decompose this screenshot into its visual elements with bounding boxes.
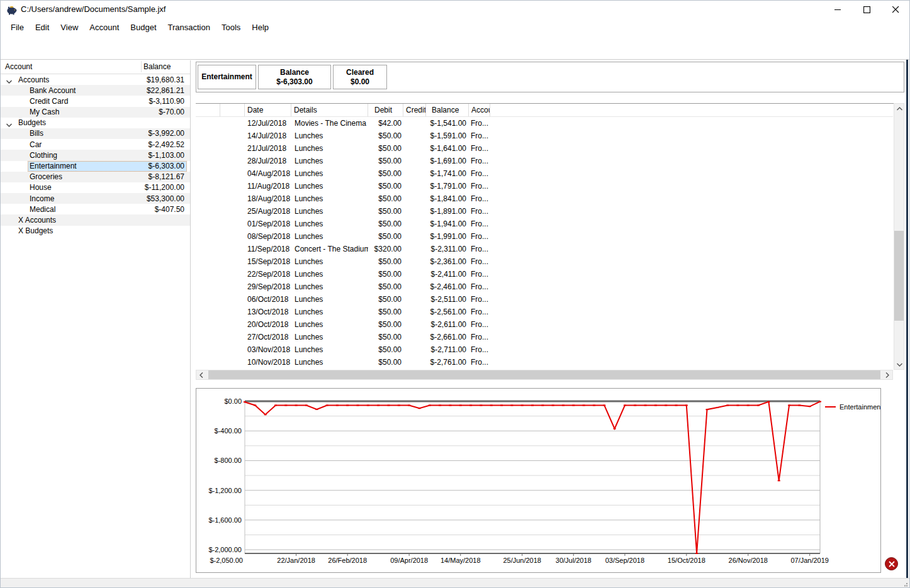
scroll-up-icon[interactable]	[894, 104, 904, 113]
menu-item-edit[interactable]: Edit	[30, 21, 55, 34]
cell-details: Lunches	[291, 230, 368, 243]
sidebar-item-x-budgets[interactable]: X Budgets	[0, 226, 190, 236]
transaction-table: DateDetailsDebitCreditBalanceAccount 12/…	[196, 104, 893, 369]
menu-item-tools[interactable]: Tools	[216, 21, 246, 34]
minimize-button[interactable]	[823, 0, 852, 19]
table-row[interactable]: 28/Jul/2018Lunches$50.00$-1,691.00Fro...	[196, 155, 893, 167]
scroll-right-icon[interactable]	[882, 370, 892, 380]
cell-blank	[220, 293, 245, 306]
sidebar-item-x-accounts[interactable]: X Accounts	[0, 214, 190, 225]
table-row[interactable]: 04/Aug/2018Lunches$50.00$-1,741.00Fro...	[196, 167, 893, 180]
column-header-blank0[interactable]	[196, 104, 220, 116]
sidebar-item-house[interactable]: House$-11,200.00	[0, 182, 190, 193]
sidebar-item-credit-card[interactable]: Credit Card$-3,110.90	[0, 96, 190, 106]
table-row[interactable]: 10/Nov/2018Lunches$50.00$-2,761.00Fro...	[196, 356, 893, 369]
close-chart-icon[interactable]	[885, 557, 898, 570]
cell-balance: $-1,941.00	[426, 218, 469, 230]
cell-details: Lunches	[291, 167, 368, 180]
table-row[interactable]: 22/Sep/2018Lunches$50.00$-2,411.00Fro...	[196, 268, 893, 280]
sidebar-item-medical[interactable]: Medical$-407.50	[0, 204, 190, 214]
maximize-button[interactable]	[852, 0, 881, 19]
table-row[interactable]: 08/Sep/2018Lunches$50.00$-1,991.00Fro...	[196, 230, 893, 243]
menu-item-account[interactable]: Account	[84, 21, 125, 34]
cell-credit	[403, 356, 426, 369]
table-row[interactable]: 11/Aug/2018Lunches$50.00$-1,791.00Fro...	[196, 180, 893, 192]
menu-item-transaction[interactable]: Transaction	[162, 21, 216, 34]
sidebar-item-income[interactable]: Income$53,300.00	[0, 193, 190, 204]
table-row[interactable]: 11/Sep/2018Concert - The Stadium$320.00$…	[196, 243, 893, 255]
account-column-header: Account	[5, 62, 32, 71]
sidebar-item-bank-account[interactable]: Bank Account$22,861.21	[0, 85, 190, 96]
column-header-details[interactable]: Details	[291, 104, 368, 116]
table-row[interactable]: 14/Jul/2018Lunches$50.00$-1,591.00Fro...	[196, 130, 893, 142]
account-label: Budgets	[18, 118, 46, 127]
table-row[interactable]: 15/Sep/2018Lunches$50.00$-2,361.00Fro...	[196, 255, 893, 268]
table-row[interactable]: 03/Nov/2018Lunches$50.00$-2,711.00Fro...	[196, 343, 893, 356]
column-header-credit[interactable]: Credit	[403, 104, 426, 116]
cell-balance: $-1,591.00	[426, 130, 469, 142]
resize-grip-icon[interactable]	[902, 580, 908, 586]
sidebar-item-groceries[interactable]: Groceries$-8,121.67	[0, 172, 190, 182]
column-header-balance[interactable]: Balance	[426, 104, 469, 116]
cell-credit	[403, 331, 426, 343]
scroll-left-icon[interactable]	[196, 370, 206, 380]
y-tick-label: $-800.00	[215, 457, 242, 464]
column-header-date[interactable]: Date	[245, 104, 291, 116]
table-row[interactable]: 12/Jul/2018Movies - The Cinema$42.00$-1,…	[196, 117, 893, 130]
table-row[interactable]: 21/Jul/2018Lunches$50.00$-1,641.00Fro...	[196, 142, 893, 155]
table-row[interactable]: 25/Aug/2018Lunches$50.00$-1,891.00Fro...	[196, 205, 893, 218]
table-row[interactable]: 01/Sep/2018Lunches$50.00$-1,941.00Fro...	[196, 218, 893, 230]
data-point-marker	[747, 404, 750, 406]
data-point-marker	[500, 404, 503, 406]
sidebar-item-car[interactable]: Car$-2,492.52	[0, 139, 190, 150]
cell-blank	[220, 331, 245, 343]
account-label: X Accounts	[18, 216, 56, 225]
cell-account: Fro...	[469, 117, 490, 130]
sidebar-item-clothing[interactable]: Clothing$-1,103.00	[0, 150, 190, 160]
account-label: Entertainment	[30, 162, 77, 170]
horizontal-scrollbar-thumb[interactable]	[208, 370, 880, 379]
y-tick-label: $-1,600.00	[208, 516, 242, 524]
cell-account: Fro...	[469, 293, 490, 306]
account-balance: $53,300.00	[147, 194, 184, 203]
sidebar-item-entertainment[interactable]: Entertainment$-6,303.00	[0, 161, 190, 172]
column-header-debit[interactable]: Debit	[368, 104, 403, 116]
account-balance: $-407.50	[155, 205, 184, 214]
table-row[interactable]: 18/Aug/2018Lunches$50.00$-1,841.00Fro...	[196, 192, 893, 205]
table-row[interactable]: 06/Oct/2018Lunches$50.00$-2,511.00Fro...	[196, 293, 893, 306]
account-name-tab[interactable]: Entertainment	[198, 65, 256, 89]
cell-account: Fro...	[469, 243, 490, 255]
column-divider[interactable]	[141, 61, 142, 72]
table-row[interactable]: 13/Oct/2018Lunches$50.00$-2,561.00Fro...	[196, 306, 893, 318]
app-piggybank-icon	[6, 4, 17, 15]
chevron-down-icon[interactable]	[6, 77, 12, 86]
close-button[interactable]	[881, 0, 910, 19]
table-row[interactable]: 29/Sep/2018Lunches$50.00$-2,461.00Fro...	[196, 280, 893, 293]
menu-item-budget[interactable]: Budget	[125, 21, 162, 34]
cell-date: 27/Oct/2018	[245, 331, 291, 343]
sidebar-item-bills[interactable]: Bills$-3,992.00	[0, 128, 190, 139]
title-bar: C:/Users/andrew/Documents/Sample.jxf	[0, 0, 910, 19]
sidebar-item-budgets[interactable]: Budgets	[0, 118, 190, 128]
cell-credit	[403, 218, 426, 230]
cell-account: Fro...	[469, 255, 490, 268]
cell-blank	[220, 167, 245, 180]
table-row[interactable]: 27/Oct/2018Lunches$50.00$-2,661.00Fro...	[196, 331, 893, 343]
column-header-blank1[interactable]	[220, 104, 245, 116]
status-bar	[0, 578, 910, 588]
sidebar-item-accounts[interactable]: Accounts$19,680.31	[0, 74, 190, 85]
chevron-down-icon[interactable]	[6, 120, 12, 129]
menu-item-file[interactable]: File	[5, 21, 30, 34]
cell-date: 10/Nov/2018	[245, 356, 291, 369]
cell-balance: $-1,691.00	[426, 155, 469, 167]
table-row[interactable]: 20/Oct/2018Lunches$50.00$-2,611.00Fro...	[196, 318, 893, 331]
vertical-scrollbar-thumb[interactable]	[894, 231, 904, 321]
data-point-marker	[716, 407, 719, 408]
transaction-table-header: DateDetailsDebitCreditBalanceAccount	[196, 104, 893, 117]
sidebar-item-my-cash[interactable]: My Cash$-70.00	[0, 107, 190, 118]
column-header-account[interactable]: Account	[469, 104, 490, 116]
cell-details: Lunches	[291, 218, 368, 230]
scroll-down-icon[interactable]	[894, 360, 904, 369]
menu-item-view[interactable]: View	[55, 21, 84, 34]
menu-item-help[interactable]: Help	[246, 21, 274, 34]
